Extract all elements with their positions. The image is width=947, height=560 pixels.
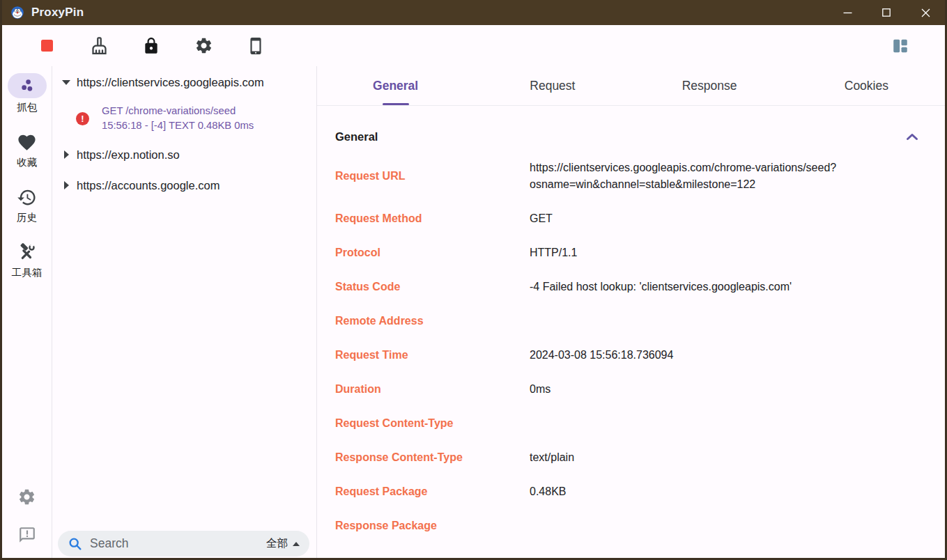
toolbox-icon bbox=[17, 241, 37, 263]
expand-arrow-icon[interactable] bbox=[57, 181, 75, 189]
capture-dots-icon bbox=[8, 73, 47, 98]
layout-toggle-button[interactable] bbox=[891, 36, 910, 56]
close-button[interactable] bbox=[906, 0, 945, 25]
domain-url: https://accounts.google.com bbox=[77, 179, 220, 192]
detail-row-response-package: Response Package bbox=[335, 508, 927, 543]
row-label: Request Package bbox=[335, 485, 530, 498]
row-value: https://clientservices.googleapis.com/ch… bbox=[530, 160, 886, 193]
nav-item-capture[interactable]: 抓包 bbox=[8, 73, 47, 114]
app-logo-icon bbox=[10, 6, 24, 20]
search-filter-value: 全部 bbox=[266, 536, 288, 551]
section-title: General bbox=[335, 130, 378, 143]
nav-rail-bottom bbox=[17, 488, 36, 544]
nav-item-toolbox[interactable]: 工具箱 bbox=[12, 241, 43, 279]
row-value: 0ms bbox=[530, 383, 551, 396]
maximize-button[interactable] bbox=[867, 0, 906, 25]
detail-row-request-time: Request Time 2024-03-08 15:56:18.736094 bbox=[335, 338, 927, 372]
row-value: -4 Failed host lookup: 'clientservices.g… bbox=[530, 281, 792, 293]
request-line-method-path: GET /chrome-variations/seed bbox=[102, 104, 254, 118]
window-controls bbox=[828, 0, 945, 25]
nav-label-favorites: 收藏 bbox=[17, 156, 37, 169]
tab-label: General bbox=[373, 79, 418, 93]
domain-url: https://exp.notion.so bbox=[77, 148, 180, 162]
tab-cookies[interactable]: Cookies bbox=[788, 66, 945, 105]
feedback-bubble-icon bbox=[18, 526, 36, 544]
row-value: text/plain bbox=[530, 451, 574, 464]
settings-gear-icon bbox=[17, 488, 36, 506]
detail-panel: General Request Response Cookies General bbox=[317, 66, 945, 558]
tab-label: Cookies bbox=[845, 79, 888, 93]
gear-icon bbox=[194, 36, 213, 55]
detail-row-request-method: Request Method GET bbox=[335, 201, 927, 235]
nav-label-history: 历史 bbox=[17, 211, 37, 224]
general-detail: General Request URL https://clientservic… bbox=[317, 106, 945, 558]
row-label: Request Content-Type bbox=[335, 417, 530, 430]
tab-response[interactable]: Response bbox=[631, 66, 788, 105]
nav-label-capture: 抓包 bbox=[17, 101, 37, 114]
detail-row-request-url: Request URL https://clientservices.googl… bbox=[335, 150, 927, 201]
row-label: Protocol bbox=[335, 247, 530, 259]
row-value: HTTP/1.1 bbox=[530, 247, 577, 259]
detail-row-request-package: Request Package 0.48KB bbox=[335, 474, 927, 508]
tab-request[interactable]: Request bbox=[474, 66, 631, 105]
nav-item-favorites[interactable]: 收藏 bbox=[17, 131, 37, 169]
search-bar: 全部 bbox=[58, 531, 309, 557]
domain-row-accounts-google[interactable]: https://accounts.google.com bbox=[52, 170, 316, 201]
app-window: ProxyPin bbox=[0, 0, 947, 560]
row-label: Response Package bbox=[335, 520, 530, 532]
clear-button[interactable] bbox=[89, 36, 109, 56]
domain-row-notion[interactable]: https://exp.notion.so bbox=[52, 139, 316, 170]
detail-row-remote-address: Remote Address bbox=[335, 304, 927, 338]
triangle-up-icon bbox=[293, 542, 300, 546]
general-rows: Request URL https://clientservices.googl… bbox=[335, 150, 927, 543]
search-filter-dropdown[interactable]: 全部 bbox=[266, 536, 300, 551]
tab-general[interactable]: General bbox=[317, 66, 474, 105]
detail-row-protocol: Protocol HTTP/1.1 bbox=[335, 235, 927, 270]
row-label: Response Content-Type bbox=[335, 451, 530, 464]
nav-item-history[interactable]: 历史 bbox=[17, 186, 37, 224]
mobile-connect-button[interactable] bbox=[246, 36, 265, 56]
request-summary: GET /chrome-variations/seed 15:56:18 - [… bbox=[102, 104, 254, 133]
nav-settings-button[interactable] bbox=[17, 488, 36, 506]
request-list-panel: https://clientservices.googleapis.com ! … bbox=[52, 66, 317, 558]
brush-icon bbox=[90, 36, 109, 55]
domain-url: https://clientservices.googleapis.com bbox=[77, 76, 264, 89]
tab-label: Response bbox=[682, 79, 737, 93]
lock-icon bbox=[142, 37, 160, 55]
nav-feedback-button[interactable] bbox=[18, 526, 36, 544]
search-input[interactable] bbox=[90, 536, 266, 551]
row-label: Request Time bbox=[335, 349, 530, 361]
row-value: GET bbox=[530, 212, 553, 225]
phone-icon bbox=[247, 37, 265, 55]
minimize-button[interactable] bbox=[828, 0, 867, 25]
titlebar: ProxyPin bbox=[2, 0, 945, 25]
row-value: 2024-03-08 15:56:18.736094 bbox=[530, 349, 673, 361]
detail-row-status-code: Status Code -4 Failed host lookup: 'clie… bbox=[335, 270, 927, 304]
request-tree: https://clientservices.googleapis.com ! … bbox=[52, 66, 316, 201]
search-icon bbox=[68, 536, 83, 552]
row-value: 0.48KB bbox=[530, 485, 566, 498]
collapse-arrow-icon[interactable] bbox=[57, 80, 75, 85]
request-line-meta: 15:56:18 - [-4] TEXT 0.48KB 0ms bbox=[102, 118, 254, 133]
general-section-header[interactable]: General bbox=[335, 123, 927, 150]
active-tab-underline bbox=[383, 103, 409, 106]
stop-capture-button[interactable] bbox=[37, 36, 56, 56]
request-row-chrome-variations[interactable]: ! GET /chrome-variations/seed 15:56:18 -… bbox=[52, 98, 316, 139]
heart-icon bbox=[17, 131, 37, 153]
tab-label: Request bbox=[530, 79, 575, 93]
layout-panels-icon bbox=[891, 37, 909, 55]
chevron-up-icon[interactable] bbox=[906, 132, 918, 141]
row-label: Status Code bbox=[335, 281, 530, 293]
settings-button[interactable] bbox=[194, 36, 213, 56]
row-label: Duration bbox=[335, 383, 530, 396]
row-label: Request URL bbox=[335, 170, 530, 182]
stop-icon bbox=[41, 40, 53, 52]
detail-row-request-content-type: Request Content-Type bbox=[335, 406, 927, 440]
domain-row-clientservices[interactable]: https://clientservices.googleapis.com bbox=[52, 67, 316, 98]
expand-arrow-icon[interactable] bbox=[57, 150, 75, 159]
detail-row-duration: Duration 0ms bbox=[335, 372, 927, 406]
toolbar bbox=[2, 25, 945, 66]
ssl-lock-button[interactable] bbox=[141, 36, 161, 56]
detail-tabs: General Request Response Cookies bbox=[317, 66, 945, 106]
row-label: Remote Address bbox=[335, 315, 530, 327]
